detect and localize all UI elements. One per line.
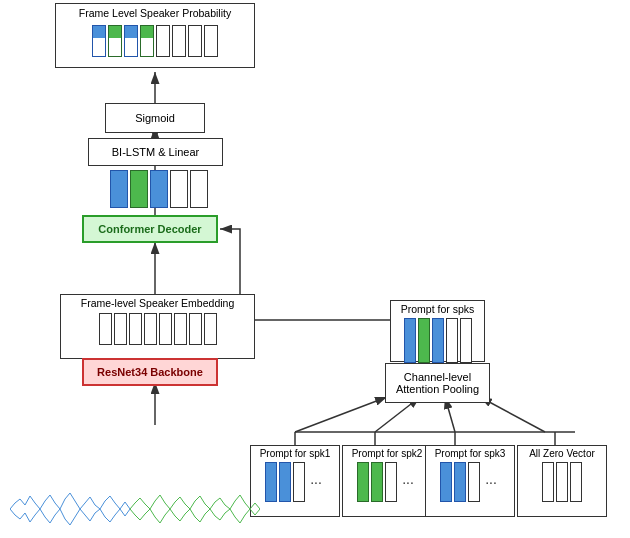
p2-blk2	[371, 462, 383, 502]
femb-blk1	[99, 313, 112, 345]
block2	[108, 25, 122, 57]
frame-embedding-strip	[61, 313, 254, 345]
channel-attention-label: Channel-level Attention Pooling	[396, 371, 479, 395]
sigmoid-box: Sigmoid	[105, 103, 205, 133]
z-blk1	[542, 462, 554, 502]
architecture-diagram: Frame Level Speaker Probability Sigmoid …	[0, 0, 630, 538]
pspk-blk5	[460, 318, 472, 363]
out-blk3	[150, 170, 168, 208]
resnet34-label: ResNet34 Backbone	[97, 366, 203, 378]
dots3: ···	[482, 474, 500, 490]
prompt-spk3-strip: ···	[426, 462, 514, 502]
block5	[156, 25, 170, 57]
femb-blk3	[129, 313, 142, 345]
pspk-blk3	[432, 318, 444, 363]
out-blk2	[130, 170, 148, 208]
prompt-for-spk3-label: Prompt for spk3	[426, 448, 514, 459]
frame-speaker-embedding-label: Frame-level Speaker Embedding	[61, 297, 254, 309]
femb-blk7	[189, 313, 202, 345]
all-zero-vector-label: All Zero Vector	[518, 448, 606, 459]
prompt-for-spk1-box: Prompt for spk1 ···	[250, 445, 340, 517]
frame-level-speaker-prob-label: Frame Level Speaker Probability	[79, 7, 231, 21]
bi-lstm-box: BI-LSTM & Linear	[88, 138, 223, 166]
prompt-for-spk3-box: Prompt for spk3 ···	[425, 445, 515, 517]
femb-blk2	[114, 313, 127, 345]
prompt-for-spks-label: Prompt for spks	[391, 303, 484, 315]
out-blk4	[170, 170, 188, 208]
prompt-spk1-strip: ···	[251, 462, 339, 502]
femb-blk8	[204, 313, 217, 345]
p1-blk2	[279, 462, 291, 502]
waveform-display	[10, 481, 260, 536]
femb-blk6	[174, 313, 187, 345]
block6	[172, 25, 186, 57]
block4	[140, 25, 154, 57]
prompt-for-spk2-label: Prompt for spk2	[343, 448, 431, 459]
p3-blk2	[454, 462, 466, 502]
block1	[92, 25, 106, 57]
p2-blk1	[357, 462, 369, 502]
frame-level-speaker-prob-box: Frame Level Speaker Probability	[55, 3, 255, 68]
dots2: ···	[399, 474, 417, 490]
speaker-prob-strip	[92, 25, 218, 57]
prompt-for-spk2-box: Prompt for spk2 ···	[342, 445, 432, 517]
output-block-strip	[110, 170, 208, 208]
femb-blk5	[159, 313, 172, 345]
block3	[124, 25, 138, 57]
z-blk2	[556, 462, 568, 502]
p2-blk3	[385, 462, 397, 502]
dots1: ···	[307, 474, 325, 490]
bi-lstm-label: BI-LSTM & Linear	[112, 146, 199, 158]
p3-blk1	[440, 462, 452, 502]
prompt-for-spks-box: Prompt for spks	[390, 300, 485, 362]
p1-blk1	[265, 462, 277, 502]
z-blk3	[570, 462, 582, 502]
conformer-decoder-label: Conformer Decoder	[98, 223, 201, 235]
zero-vector-strip	[518, 462, 606, 502]
channel-attention-box: Channel-level Attention Pooling	[385, 363, 490, 403]
all-zero-vector-box: All Zero Vector	[517, 445, 607, 517]
svg-line-9	[295, 397, 387, 432]
femb-blk4	[144, 313, 157, 345]
prompt-spks-strip	[391, 318, 484, 363]
prompt-spk2-strip: ···	[343, 462, 431, 502]
resnet34-box: ResNet34 Backbone	[82, 358, 218, 386]
p3-blk3	[468, 462, 480, 502]
sigmoid-label: Sigmoid	[135, 112, 175, 124]
pspk-blk1	[404, 318, 416, 363]
pspk-blk4	[446, 318, 458, 363]
prompt-for-spk1-label: Prompt for spk1	[251, 448, 339, 459]
out-blk5	[190, 170, 208, 208]
block8	[204, 25, 218, 57]
block7	[188, 25, 202, 57]
p1-blk3	[293, 462, 305, 502]
frame-speaker-embedding-box: Frame-level Speaker Embedding	[60, 294, 255, 359]
conformer-decoder-box: Conformer Decoder	[82, 215, 218, 243]
out-blk1	[110, 170, 128, 208]
pspk-blk2	[418, 318, 430, 363]
